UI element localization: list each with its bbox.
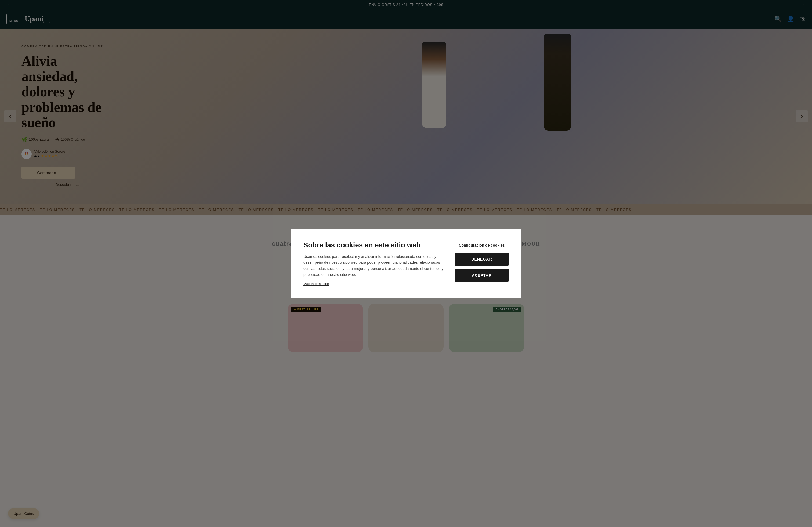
- cookie-overlay: Sobre las cookies en este sitio web Usam…: [0, 0, 812, 363]
- cookie-title: Sobre las cookies en este sitio web: [303, 241, 444, 249]
- cookie-accept-button[interactable]: ACEPTAR: [455, 269, 509, 282]
- cookie-modal: Sobre las cookies en este sitio web Usam…: [291, 229, 521, 298]
- cookie-more-info[interactable]: Más información: [303, 282, 329, 286]
- cookie-body: Usamos cookies para recolectar y analiza…: [303, 254, 444, 278]
- cookie-content: Sobre las cookies en este sitio web Usam…: [303, 241, 444, 286]
- cookie-config-button[interactable]: Configuración de cookies: [455, 241, 509, 250]
- cookie-deny-button[interactable]: DENEGAR: [455, 253, 509, 266]
- cookie-actions: Configuración de cookies DENEGAR ACEPTAR: [455, 241, 509, 282]
